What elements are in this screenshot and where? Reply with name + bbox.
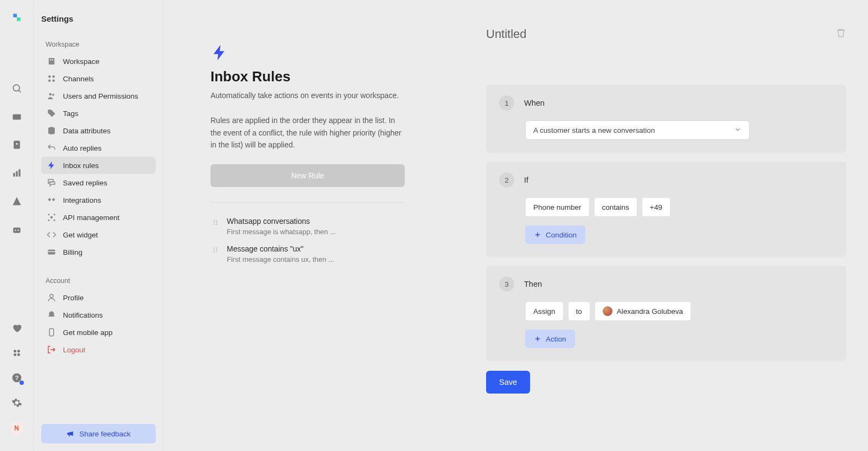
bolt-large-icon: [210, 43, 405, 64]
rule-editor: Untitled 1 When A customer starts a new …: [454, 0, 868, 451]
reports-icon[interactable]: [11, 167, 23, 179]
svg-point-31: [54, 220, 55, 221]
svg-point-43: [214, 247, 215, 248]
svg-point-39: [214, 223, 215, 224]
new-rule-button[interactable]: New Rule: [210, 164, 405, 187]
condition-operator-chip[interactable]: contains: [594, 197, 637, 217]
svg-rect-2: [12, 114, 21, 120]
add-condition-button[interactable]: Condition: [525, 226, 585, 244]
sidebar-item-channels[interactable]: Channels: [41, 70, 156, 87]
action-assignee-chip[interactable]: Alexandra Golubeva: [595, 301, 691, 321]
svg-point-46: [216, 247, 217, 248]
bookmark-icon: [47, 178, 56, 188]
sidebar-item-auto-replies[interactable]: Auto replies: [41, 139, 156, 157]
sidebar-item-users-permissions[interactable]: Users and Permissions: [41, 87, 156, 105]
sidebar-item-profile[interactable]: Profile: [41, 289, 156, 306]
svg-point-13: [14, 353, 16, 356]
step-if: 2 If Phone number contains +49 Condition: [486, 162, 846, 257]
rule-name-field[interactable]: Untitled: [486, 27, 527, 41]
add-condition-label: Condition: [546, 231, 577, 239]
svg-point-44: [214, 249, 215, 250]
add-action-label: Action: [546, 335, 566, 343]
svg-point-25: [52, 94, 54, 96]
svg-point-22: [48, 80, 51, 82]
rule-list-item[interactable]: Whatsapp conversations First message is …: [210, 212, 405, 240]
svg-point-21: [53, 75, 55, 78]
rule-subtitle: First message is whatsapp, then ...: [227, 228, 336, 236]
icon-rail: ? N: [0, 0, 34, 451]
app-logo-icon[interactable]: [11, 12, 22, 23]
broadcast-icon[interactable]: [11, 195, 23, 207]
sidebar-title: Settings: [41, 14, 156, 23]
action-to-chip[interactable]: to: [568, 301, 590, 321]
svg-point-4: [16, 143, 17, 145]
svg-point-30: [48, 220, 49, 221]
step-label: If: [524, 176, 528, 184]
settings-sidebar: Settings Workspace Workspace Channels Us…: [34, 0, 164, 451]
megaphone-icon: [66, 429, 75, 438]
drag-handle-icon[interactable]: [212, 218, 219, 228]
svg-rect-19: [52, 59, 53, 60]
teams-icon[interactable]: [11, 347, 23, 359]
heart-icon[interactable]: [11, 322, 23, 334]
svg-point-34: [50, 294, 53, 298]
svg-point-47: [216, 249, 217, 250]
add-action-button[interactable]: Action: [525, 330, 575, 348]
share-feedback-button[interactable]: Share feedback: [41, 424, 156, 443]
sidebar-item-label: Channels: [63, 75, 94, 83]
sidebar-item-label: Saved replies: [63, 179, 107, 187]
page-title: Inbox Rules: [210, 68, 405, 85]
save-button[interactable]: Save: [486, 371, 530, 394]
section-label-account: Account: [46, 277, 156, 285]
step-when: 1 When A customer starts a new conversat…: [486, 85, 846, 153]
user-avatar[interactable]: N: [10, 422, 23, 435]
sidebar-item-workspace[interactable]: Workspace: [41, 53, 156, 70]
search-icon[interactable]: [11, 82, 23, 94]
sidebar-item-get-mobile[interactable]: Get mobile app: [41, 324, 156, 341]
inbox-icon[interactable]: [11, 111, 23, 123]
help-icon[interactable]: ?: [11, 372, 23, 384]
bot-icon[interactable]: [11, 223, 23, 235]
sidebar-item-data-attributes[interactable]: Data attributes: [41, 122, 156, 139]
logout-icon: [47, 345, 56, 355]
sidebar-item-api-management[interactable]: API management: [41, 209, 156, 226]
condition-value-chip[interactable]: +49: [642, 197, 671, 217]
svg-rect-35: [49, 328, 54, 336]
sidebar-item-inbox-rules[interactable]: Inbox rules: [41, 157, 156, 174]
sidebar-item-label: Notifications: [63, 311, 103, 319]
svg-point-0: [13, 85, 20, 91]
delete-rule-button[interactable]: [835, 28, 846, 41]
divider: [210, 202, 405, 203]
sidebar-item-tags[interactable]: Tags: [41, 105, 156, 122]
sidebar-item-billing[interactable]: Billing: [41, 243, 156, 261]
svg-text:?: ?: [15, 375, 18, 381]
sidebar-item-logout[interactable]: Logout: [41, 341, 156, 358]
phone-icon: [47, 327, 56, 337]
sidebar-item-label: Profile: [63, 294, 84, 302]
page-description-2: Rules are applied in the order they appe…: [210, 114, 405, 151]
svg-point-14: [17, 353, 20, 356]
svg-rect-17: [49, 58, 55, 65]
bolt-icon: [47, 160, 56, 170]
condition-field-chip[interactable]: Phone number: [525, 197, 590, 217]
sidebar-item-get-widget[interactable]: Get widget: [41, 226, 156, 243]
sidebar-item-label: Billing: [63, 248, 82, 256]
svg-rect-33: [48, 252, 55, 253]
sidebar-item-integrations[interactable]: Integrations: [41, 191, 156, 209]
sidebar-item-label: Users and Permissions: [63, 92, 138, 100]
trigger-select[interactable]: A customer starts a new conversation: [525, 120, 750, 140]
contacts-icon[interactable]: [11, 139, 23, 151]
sidebar-item-notifications[interactable]: Notifications: [41, 306, 156, 324]
settings-icon[interactable]: [11, 397, 23, 409]
rule-subtitle: First message contains ux, then ...: [227, 255, 334, 263]
page-description-1: Automatically take actions on events in …: [210, 89, 405, 101]
drag-handle-icon[interactable]: [212, 246, 219, 256]
step-number: 1: [499, 95, 514, 111]
sidebar-item-saved-replies[interactable]: Saved replies: [41, 174, 156, 191]
step-number: 3: [499, 276, 514, 292]
svg-point-27: [50, 216, 53, 219]
rule-list-item[interactable]: Message contains "ux" First message cont…: [210, 240, 405, 268]
action-type-chip[interactable]: Assign: [525, 301, 564, 321]
rule-title: Whatsapp conversations: [227, 217, 336, 226]
bell-icon: [47, 310, 56, 320]
